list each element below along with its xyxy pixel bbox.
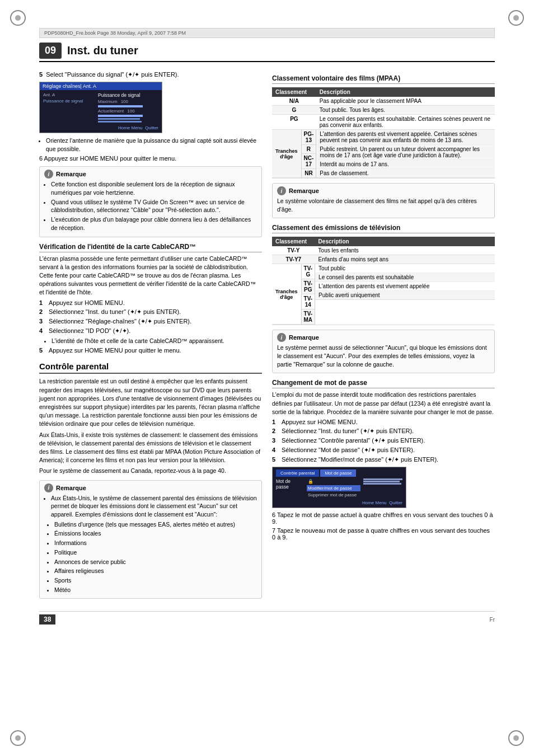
screen-bars-4: [98, 121, 158, 123]
note-icon-3: i: [277, 333, 286, 342]
mpaa-desc-pg13: L'attention des parents est vivement app…: [316, 130, 495, 145]
cablecard-step-5: 5 Appuyez sur HOME MENU pour quitter le …: [39, 347, 262, 354]
cablecard-step-4: 4 Sélectionnez "ID POD" (✦/✦).: [39, 327, 262, 335]
screen-title: Réglage chaînes| Ant. A: [40, 82, 162, 90]
note-icon-2: i: [277, 186, 286, 195]
screen2-options: 🔒 Modifier/mot de passe Supprimer mot de…: [307, 478, 360, 498]
pw-step-6-text: 6 Tapez le mot de passe actuel à quatre …: [272, 511, 495, 525]
note-parental-list: Aux États-Unis, le système de classement…: [51, 494, 257, 519]
parental-intro-2: Aux États-Unis, il existe trois systèmes…: [39, 431, 262, 465]
chapter-number: 09: [39, 43, 62, 59]
note-1-item-1: Cette fonction est disponible seulement …: [51, 180, 257, 196]
cablecard-step-3: 3 Sélectionnez "Réglage-chaînes" (✦/✦ pu…: [39, 318, 262, 325]
cablecard-step-1-text: Appuyez sur HOME MENU.: [49, 299, 262, 306]
right-column: Classement volontaire des films (MPAA) C…: [272, 69, 495, 603]
mpaa-heading: Classement volontaire des films (MPAA): [272, 74, 495, 84]
pw-step-5: 5 Sélectionnez "Modifier/mot de passe" (…: [272, 456, 495, 463]
screen2-option-delete: Supprimer mot de passe: [307, 492, 360, 498]
note-2-header: i Remarque: [277, 186, 490, 195]
mpaa-row-pg: PG Le conseil des parents est souhaitabl…: [272, 115, 495, 130]
cablecard-step-2: 2 Sélectionnez "Inst. du tuner" (✦/✦ pui…: [39, 308, 262, 316]
page-footer: 38 Fr: [39, 611, 495, 624]
mpaa-rating-g: G: [272, 106, 316, 115]
bullet-signal: Orientez l'antenne de manière que la pui…: [46, 137, 262, 153]
header-text: PDP5080HD_Fre.book Page 38 Monday, April…: [44, 30, 186, 36]
cablecard-step4-bullet: L'identité de l'hôte et celle de la cart…: [51, 337, 262, 345]
mpaa-tranches-label: Tranchesd'âge: [272, 130, 301, 178]
note-bullet-affaires: Affaires religieuses: [54, 567, 257, 575]
note-bullet-infos: Informations: [54, 539, 257, 547]
mpaa-rating-pg13: PG-13: [301, 130, 316, 145]
content-area: 5 Select "Puissance du signal" (✦/✦ puis…: [39, 69, 495, 603]
mpaa-rating-r: R: [301, 145, 316, 154]
screen2-bars: [363, 478, 402, 498]
screen2-footer: Home Menu Quitter: [276, 500, 402, 505]
note-bullet-politique: Politique: [54, 548, 257, 557]
pw-step-7: 7 Tapez le nouveau mot de passe à quatre…: [272, 527, 495, 541]
note-1-item-3: L'exécution de plus d'un balayage pour c…: [51, 215, 257, 232]
pw-step-5-text: Sélectionnez "Modifier/mot de passe" (✦/…: [282, 456, 495, 463]
screen-bars: [98, 105, 158, 107]
mpaa-row-na: N/A Pas applicable pour le classement MP…: [272, 97, 495, 106]
pw-step-1: 1 Appuyez sur HOME MENU.: [272, 419, 495, 425]
note-3-header: i Remarque: [277, 333, 490, 342]
tv-desc-tv14: L'attention des parents est vivement app…: [315, 282, 495, 291]
tv-row-tvy: TV-Y Tous les enfants: [272, 246, 495, 255]
note-1-header: i Remarque: [44, 170, 257, 179]
note-1-list: Cette fonction est disponible seulement …: [51, 180, 257, 232]
tv-desc-tvma: Public averti uniquement: [315, 291, 495, 300]
note-3-text: Le système permet aussi de sélectionner …: [277, 344, 490, 368]
corner-decoration-tl: [10, 10, 26, 26]
note-3: i Remarque Le système permet aussi de sé…: [272, 330, 495, 373]
password-screen: Contrôle parental Mot de passe Mot de pa…: [272, 467, 406, 508]
cablecard-step-5-text: Appuyez sur HOME MENU pour quitter le me…: [49, 347, 262, 354]
tab-password: Mot de passe: [320, 469, 356, 477]
screen-ant-label: Ant. A: [43, 92, 93, 97]
tv-rating-tvy7: TV-Y7: [272, 255, 315, 264]
parental-intro-3: Pour le système de classement au Canada,…: [39, 467, 262, 475]
parental-heading: Contrôle parental: [39, 361, 262, 374]
cablecard-intro: L'écran plasma possède une fente permett…: [39, 255, 262, 297]
pw-step-1-text: Appuyez sur HOME MENU.: [282, 419, 495, 425]
tv-rating-tvpg: TV-PG: [301, 279, 315, 294]
cablecard-step-4-text: Sélectionnez "ID POD" (✦/✦).: [49, 327, 262, 335]
password-intro: L'emploi du mot de passe interdit toute …: [272, 391, 495, 416]
tv-rating-tvg: TV-G: [301, 264, 315, 279]
step-5-text: 5 Select "Puissance du signal" (✦/✦ puis…: [39, 71, 262, 78]
tab-parental: Contrôle parental: [276, 469, 319, 477]
mpaa-desc-pg: Le conseil des parents est souhaitable. …: [316, 115, 495, 130]
screen2-right: 🔒 Modifier/mot de passe Supprimer mot de…: [307, 478, 402, 498]
screen-ant-sub: Puissance de signal: [43, 98, 93, 104]
mpaa-desc-nr: Pas de classement.: [316, 169, 495, 178]
screen-cur-row: Actuellement 100: [98, 109, 158, 114]
pw-step-2-text: Sélectionnez "Inst. du tuner" (✦/✦ puis …: [282, 428, 495, 435]
mpaa-rating-nr: NR: [301, 169, 316, 178]
pw-step-3-text: Sélectionnez "Contrôle parental" (✦/✦ pu…: [282, 437, 495, 444]
note-2-text: Le système volontaire de classement des …: [277, 197, 490, 213]
tv-row-tvy7: TV-Y7 Enfants d'au moins sept ans: [272, 255, 495, 264]
note-icon-parental: i: [44, 483, 53, 492]
screen2-content: Mot de passe 🔒 Modifier/mot de passe Sup…: [276, 478, 402, 498]
mpaa-rating-nc17: NC-17: [301, 154, 316, 169]
note-bullet-bulletins: Bulletins d'urgence (tels que messages E…: [54, 520, 257, 529]
note-parental-header: i Remarque: [44, 483, 257, 492]
left-column: 5 Select "Puissance du signal" (✦/✦ puis…: [39, 69, 262, 603]
pw-step-2: 2 Sélectionnez "Inst. du tuner" (✦/✦ pui…: [272, 428, 495, 435]
tv-rating-heading: Classement des émissions de télévision: [272, 224, 495, 233]
header-bar: PDP5080HD_Fre.book Page 38 Monday, April…: [39, 28, 495, 38]
mpaa-row-g: G Tout public. Tous les âges.: [272, 106, 495, 115]
tv-rating-tvma: TV-MA: [301, 309, 315, 325]
mpaa-row-pg13: Tranchesd'âge PG-13 R NC-17: [272, 130, 495, 179]
mpaa-desc-g: Tout public. Tous les âges.: [316, 106, 495, 115]
step5-bullets: Orientez l'antenne de manière que la pui…: [46, 137, 262, 153]
tab-bar: Contrôle parental Mot de passe: [276, 469, 402, 477]
screen2-option-lock: 🔒: [307, 478, 360, 485]
pw-step-6: 6 Tapez le mot de passe actuel à quatre …: [272, 511, 495, 525]
screen-max-row: Maximum 100: [98, 99, 158, 104]
signal-screen: Réglage chaînes| Ant. A Ant. A Puissance…: [39, 82, 162, 133]
password-heading: Changement de mot de passe: [272, 379, 495, 388]
tv-table: Classement Description TV-Y Tous les enf…: [272, 237, 495, 325]
corner-decoration-br: [508, 730, 524, 746]
note-parental-bullets: Bulletins d'urgence (tels que messages E…: [54, 520, 257, 594]
note-parental: i Remarque Aux États-Unis, le système de…: [39, 480, 262, 599]
